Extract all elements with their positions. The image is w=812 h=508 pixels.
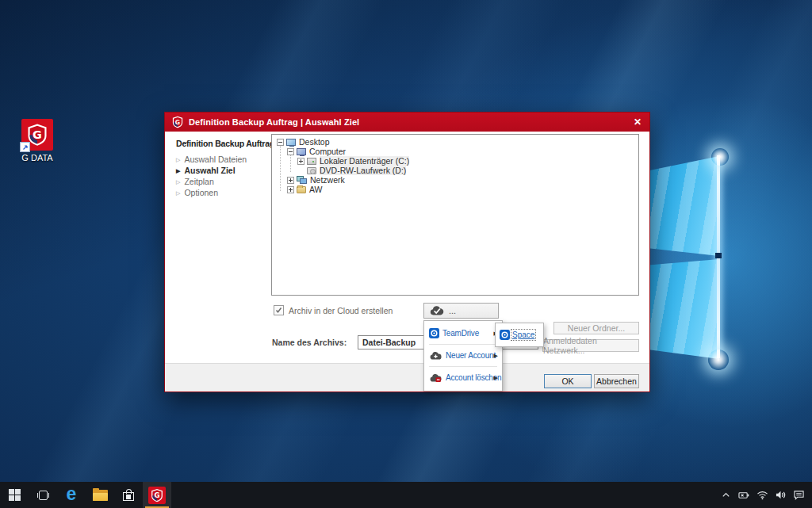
dialog-titlebar[interactable]: Definition Backup Auftrag | Auswahl Ziel… xyxy=(165,113,649,132)
start-button[interactable] xyxy=(0,482,29,508)
expand-icon[interactable] xyxy=(287,177,294,184)
action-center-button[interactable] xyxy=(791,482,806,508)
gdata-shield-icon xyxy=(148,487,166,504)
submenu-arrow-icon: ▶ xyxy=(494,353,498,359)
edge-taskbar-button[interactable]: e xyxy=(57,482,86,508)
shortcut-arrow-icon xyxy=(20,142,30,152)
power-status-icon xyxy=(737,490,750,500)
cloud-check-icon xyxy=(429,305,445,316)
tree-item-label: Desktop xyxy=(299,137,330,147)
tree-item-label: AW xyxy=(309,185,323,194)
archive-name-label: Name des Archivs: xyxy=(272,338,347,347)
cloud-add-icon xyxy=(429,351,442,361)
tray-network-button[interactable] xyxy=(755,482,769,508)
sidebar-item-optionen[interactable]: ▷ Optionen xyxy=(176,188,218,197)
chevron-right-icon: ▶ xyxy=(176,168,180,174)
tree-item-aw[interactable]: AW xyxy=(272,185,638,194)
tray-power-button[interactable] xyxy=(737,482,751,508)
tree-connector xyxy=(280,145,281,191)
tray-volume-button[interactable] xyxy=(773,482,787,508)
windows-logo-divider xyxy=(715,253,722,258)
sidebar-item-zeitplan[interactable]: ▷ Zeitplan xyxy=(176,177,214,186)
tray-chevron-button[interactable] xyxy=(718,482,733,508)
lens-flare-bottom xyxy=(708,349,729,370)
chevron-right-icon: ▷ xyxy=(176,157,180,162)
user-folder-icon xyxy=(297,186,306,193)
menu-item-account-loeschen[interactable]: Account löschen ▶ xyxy=(424,368,502,388)
file-explorer-taskbar-button[interactable] xyxy=(86,482,114,508)
cancel-button[interactable]: Abbrechen xyxy=(594,374,639,388)
expand-icon[interactable] xyxy=(287,186,294,193)
menu-item-teamdrive[interactable]: TeamDrive ▶ xyxy=(424,323,502,343)
tree-item-drive-d[interactable]: DVD-RW-Laufwerk (D:) xyxy=(272,166,638,175)
submenu-item-space[interactable]: Space xyxy=(512,330,534,339)
store-taskbar-button[interactable] xyxy=(114,482,143,508)
shortcut-label: G DATA xyxy=(14,153,60,162)
close-icon[interactable]: ✕ xyxy=(630,115,645,129)
teamdrive-icon xyxy=(500,330,510,340)
speaker-icon xyxy=(775,490,787,500)
task-view-button[interactable] xyxy=(29,482,57,508)
store-icon xyxy=(122,489,135,501)
expand-icon[interactable] xyxy=(297,158,304,165)
chevron-right-icon: ▷ xyxy=(176,179,180,185)
cloud-checkbox-row[interactable]: Archiv in der Cloud erstellen xyxy=(274,305,393,315)
sidebar-item-auswahl-dateien[interactable]: ▷ Auswahl Dateien xyxy=(176,155,247,164)
sidebar-item-label: Auswahl Dateien xyxy=(184,155,247,164)
menu-item-label: TeamDrive xyxy=(442,329,479,338)
teamdrive-submenu: Space xyxy=(495,323,544,347)
checkbox-checked-icon[interactable] xyxy=(274,305,284,315)
lens-flare-top xyxy=(711,148,729,166)
taskbar: e xyxy=(0,482,812,508)
menu-separator xyxy=(429,366,497,367)
gdata-shield-icon xyxy=(171,116,184,128)
sidebar-item-auswahl-ziel[interactable]: ▶ Auswahl Ziel xyxy=(176,166,236,175)
menu-item-neuer-account[interactable]: Neuer Account ▶ xyxy=(424,346,502,365)
sidebar-item-label: Auswahl Ziel xyxy=(184,166,235,175)
task-view-icon xyxy=(37,491,49,500)
new-folder-button[interactable]: Neuer Ordner... xyxy=(553,322,639,334)
gdata-taskbar-button[interactable] xyxy=(143,482,171,508)
action-center-icon xyxy=(793,490,805,500)
gdata-logo-icon xyxy=(21,119,53,151)
chevron-right-icon: ▷ xyxy=(176,190,180,196)
tree-item-desktop[interactable]: Desktop xyxy=(272,137,638,147)
network-credentials-button[interactable]: Anmeldedaten Netzwerk... xyxy=(542,339,639,352)
hard-drive-icon xyxy=(307,158,316,165)
tree-item-drive-c[interactable]: Lokaler Datenträger (C:) xyxy=(272,156,638,166)
picker-label: ... xyxy=(449,306,456,315)
tree-item-label: Lokaler Datenträger (C:) xyxy=(320,156,409,166)
submenu-arrow-icon: ▶ xyxy=(494,375,498,381)
teamdrive-icon xyxy=(429,328,439,338)
cloud-account-picker-button[interactable]: ... xyxy=(423,303,499,319)
collapse-icon[interactable] xyxy=(287,148,294,155)
cloud-remove-icon xyxy=(429,373,442,383)
windows-logo-icon xyxy=(9,489,21,501)
collapse-icon[interactable] xyxy=(277,139,284,146)
tree-item-label: DVD-RW-Laufwerk (D:) xyxy=(320,166,406,175)
sidebar-item-label: Zeitplan xyxy=(184,177,213,186)
screen: G DATA Definition Backup Auftrag | Auswa… xyxy=(0,0,812,508)
backup-job-dialog: Definition Backup Auftrag | Auswahl Ziel… xyxy=(164,112,650,392)
tree-item-netzwerk[interactable]: Netzwerk xyxy=(272,175,638,185)
desktop-icon xyxy=(286,139,296,146)
ok-button[interactable]: OK xyxy=(544,374,592,388)
cloud-checkbox-label: Archiv in der Cloud erstellen xyxy=(289,306,393,315)
computer-icon xyxy=(297,148,306,155)
destination-tree[interactable]: Desktop Computer Lokaler Datenträger (C:… xyxy=(271,134,639,296)
file-explorer-icon xyxy=(93,490,108,501)
menu-separator xyxy=(429,344,497,345)
menu-item-label: Neuer Account xyxy=(446,351,496,360)
cloud-account-menu: TeamDrive ▶ Neuer Account ▶ Account xyxy=(423,320,503,392)
sidebar-item-label: Optionen xyxy=(184,188,218,197)
wifi-icon xyxy=(756,490,768,500)
dvd-drive-icon xyxy=(307,167,316,174)
sidebar-header: Definition Backup Auftrag xyxy=(176,139,274,148)
dialog-title: Definition Backup Auftrag | Auswahl Ziel xyxy=(189,117,359,127)
network-icon xyxy=(297,176,307,184)
tree-item-computer[interactable]: Computer xyxy=(272,147,638,156)
tree-item-label: Netzwerk xyxy=(310,175,345,185)
chevron-up-icon xyxy=(721,490,731,500)
desktop-shortcut-gdata[interactable]: G DATA xyxy=(14,119,60,162)
tree-item-label: Computer xyxy=(309,147,346,156)
